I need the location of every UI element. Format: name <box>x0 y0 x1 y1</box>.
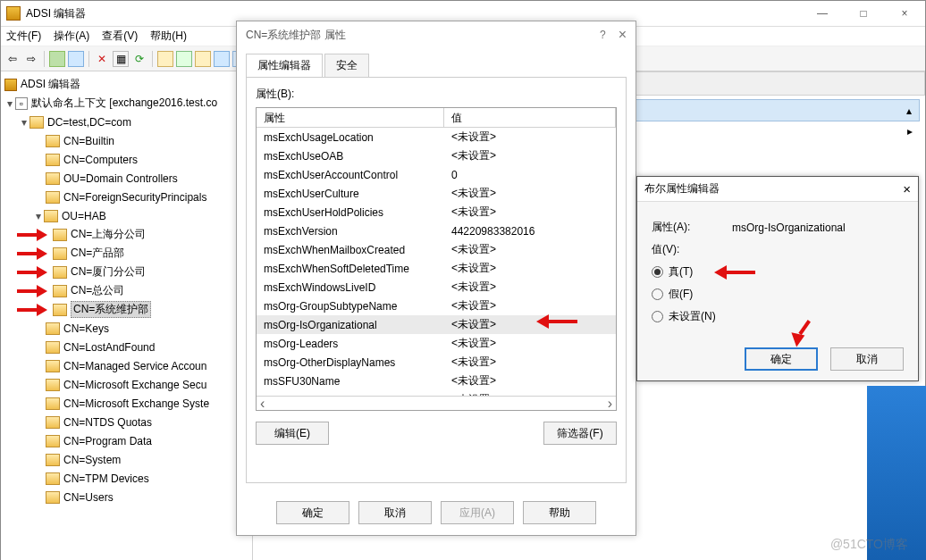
tree-root[interactable]: ADSI 编辑器 <box>21 77 80 92</box>
tab-attribute-editor[interactable]: 属性编辑器 <box>246 54 323 77</box>
folder-icon <box>29 116 44 129</box>
tree-mesyst[interactable]: CN=Microsoft Exchange Syste <box>63 397 209 410</box>
tree-keys[interactable]: CN=Keys <box>63 322 109 335</box>
tab-security[interactable]: 安全 <box>324 54 369 77</box>
tree-dc[interactable]: DC=test,DC=com <box>47 116 131 129</box>
tree-users[interactable]: CN=Users <box>63 491 114 504</box>
tree-computers[interactable]: CN=Computers <box>63 154 138 166</box>
attr-name: msExchUserAccountControl <box>257 169 444 181</box>
caret-up-icon[interactable]: ▴ <box>906 104 912 117</box>
twisty-icon[interactable]: ▾ <box>33 210 44 222</box>
tree-hab[interactable]: OU=HAB <box>62 210 106 222</box>
attr-row[interactable]: msOrg-GroupSubtypeName<未设置> <box>257 297 616 315</box>
apply-button[interactable]: 应用(A) <box>441 501 514 524</box>
tree-system[interactable]: CN=System <box>63 454 121 466</box>
tool-icon-4[interactable] <box>176 51 192 67</box>
tree-xiamen[interactable]: CN=厦门分公司 <box>71 264 146 280</box>
attr-row[interactable]: msExchUserHoldPolicies<未设置> <box>257 203 616 221</box>
cancel-button[interactable]: 取消 <box>358 501 432 524</box>
folder-icon <box>46 191 60 204</box>
tree-mesecu[interactable]: CN=Microsoft Exchange Secu <box>63 379 206 391</box>
tree-builtin[interactable]: CN=Builtin <box>63 135 114 147</box>
tree-lostfound[interactable]: CN=LostAndFound <box>63 341 155 354</box>
attr-row[interactable]: msExchWindowsLiveID<未设置> <box>257 278 616 297</box>
watermark: @51CTO博客 <box>830 537 908 553</box>
attr-row[interactable]: msExchWhenSoftDeletedTime<未设置> <box>257 259 616 278</box>
delete-icon[interactable]: ✕ <box>94 51 110 67</box>
col-attr[interactable]: 属性 <box>257 108 444 127</box>
radio-notset-label: 未设置(N) <box>669 309 716 324</box>
bool-cancel-button[interactable]: 取消 <box>830 347 904 371</box>
radio-false[interactable]: 假(F) <box>652 287 904 302</box>
toolbar-sep-3 <box>152 51 153 67</box>
col-val[interactable]: 值 <box>444 108 616 127</box>
close-button[interactable]: × <box>884 1 925 27</box>
attr-list[interactable]: 属性 值 msExchUsageLocation<未设置>msExchUseOA… <box>256 107 617 411</box>
folder-icon <box>53 266 67 279</box>
scroll-left-icon[interactable]: ‹ <box>260 396 265 411</box>
attr-row[interactable]: msExchVersion44220983382016 <box>257 221 616 240</box>
props-icon[interactable]: ▦ <box>113 51 129 67</box>
menu-view[interactable]: 查看(V) <box>102 29 138 44</box>
scroll-right-icon[interactable]: › <box>608 396 612 411</box>
tree-chanpin[interactable]: CN=产品部 <box>71 246 124 261</box>
tree-zonggongsi[interactable]: CN=总公司 <box>71 283 124 298</box>
close-icon[interactable]: × <box>903 181 911 196</box>
menu-action[interactable]: 操作(A) <box>54 29 89 44</box>
attr-value: <未设置> <box>444 280 616 295</box>
dialog-title: CN=系统维护部 属性 <box>246 28 346 43</box>
ok-button[interactable]: 确定 <box>276 501 349 524</box>
caret-right-icon: ▸ <box>907 125 913 140</box>
attr-row[interactable]: msOrg-Leaders<未设置> <box>257 334 616 353</box>
tree-progdata[interactable]: CN=Program Data <box>63 435 152 447</box>
attr-row[interactable]: msSFU30Name<未设置> <box>257 372 616 390</box>
tool-icon-1[interactable] <box>49 51 65 67</box>
tree-pane[interactable]: ADSI 编辑器 ▾▫默认命名上下文 [exchange2016.test.co… <box>1 71 253 560</box>
tree-msa[interactable]: CN=Managed Service Accoun <box>63 360 206 372</box>
menu-file[interactable]: 文件(F) <box>6 29 41 44</box>
menu-help[interactable]: 帮助(H) <box>150 29 187 44</box>
tool-icon-2[interactable] <box>68 51 84 67</box>
tree-tpm[interactable]: CN=TPM Devices <box>63 472 149 485</box>
attr-value: <未设置> <box>444 355 616 370</box>
attr-row[interactable]: msExchUseOAB<未设置> <box>257 146 616 165</box>
tree-fsp[interactable]: CN=ForeignSecurityPrincipals <box>63 191 206 204</box>
dialog-titlebar: CN=系统维护部 属性 ? × <box>237 21 636 48</box>
tree-shanghai[interactable]: CN=上海分公司 <box>71 227 146 242</box>
tree-naming[interactable]: 默认命名上下文 [exchange2016.test.co <box>31 96 217 111</box>
nav-fwd-icon[interactable]: ⇨ <box>23 51 39 67</box>
tree-ntds[interactable]: CN=NTDS Quotas <box>63 416 152 429</box>
attr-row[interactable]: msExchUserCulture<未设置> <box>257 184 616 203</box>
tool-icon-5[interactable] <box>195 51 211 67</box>
help-button[interactable]: 帮助 <box>523 501 596 524</box>
bool-ok-button[interactable]: 确定 <box>745 347 818 371</box>
attr-row[interactable]: msExchUsageLocation<未设置> <box>257 128 616 146</box>
toolbar-sep-2 <box>88 51 89 67</box>
attr-value: <未设置> <box>444 186 616 201</box>
tool-icon-3[interactable] <box>157 51 173 67</box>
help-icon[interactable]: ? <box>600 29 606 41</box>
attr-row[interactable]: msExchWhenMailboxCreated<未设置> <box>257 240 616 259</box>
tree-dc-ou[interactable]: OU=Domain Controllers <box>63 172 178 185</box>
twisty-icon[interactable]: ▾ <box>4 97 15 110</box>
twisty-icon[interactable]: ▾ <box>19 116 29 129</box>
context-icon: ▫ <box>15 97 28 110</box>
close-icon[interactable]: × <box>619 27 627 43</box>
edit-button[interactable]: 编辑(E) <box>256 422 329 445</box>
attr-row[interactable]: msOrg-OtherDisplayNames<未设置> <box>257 353 616 372</box>
maximize-button[interactable]: □ <box>843 1 884 27</box>
radio-true-label: 真(T) <box>669 264 693 280</box>
radio-true[interactable]: 真(T) <box>652 264 904 280</box>
radio-notset[interactable]: 未设置(N) <box>652 309 904 324</box>
refresh-icon[interactable]: ⟳ <box>131 51 147 67</box>
arrow-icon <box>17 247 51 260</box>
tool-icon-6[interactable] <box>214 51 230 67</box>
tree-xitongweihu[interactable]: CN=系统维护部 <box>71 301 151 318</box>
filter-button[interactable]: 筛选器(F) <box>543 422 617 445</box>
folder-icon <box>46 416 60 429</box>
nav-back-icon[interactable]: ⇦ <box>4 51 21 67</box>
attr-row[interactable]: msSFU30NisDomain<未设置> <box>257 390 616 396</box>
attr-value: <未设置> <box>444 205 616 220</box>
minimize-button[interactable]: — <box>802 1 843 27</box>
attr-row[interactable]: msExchUserAccountControl0 <box>257 165 616 184</box>
